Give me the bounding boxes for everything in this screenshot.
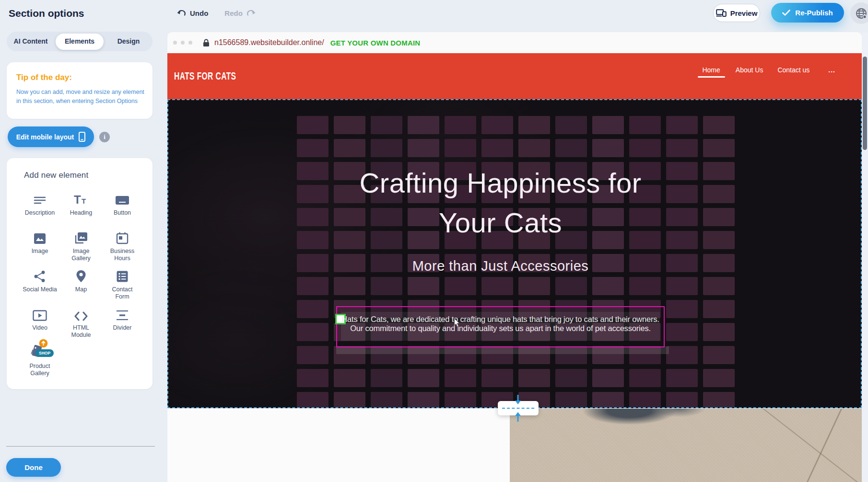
contact-form-icon [116,270,129,283]
redo-button[interactable]: Redo [224,9,256,17]
element-grid: Description TT Heading Button Image Imag… [19,191,143,382]
video-icon [33,310,47,321]
element-heading[interactable]: TT Heading [60,191,102,229]
mouse-cursor [454,318,460,328]
element-video[interactable]: Video [19,306,60,344]
lock-icon [203,39,210,47]
element-business-hours[interactable]: Business Hours [102,229,143,267]
element-html-module[interactable]: HTML Module [60,306,102,344]
undo-icon [176,9,187,17]
hero-paragraph-line2: Our commitment to quality and individual… [350,324,651,333]
description-icon [33,195,47,206]
tab-elements[interactable]: Elements [56,34,104,50]
preview-devices-icon [716,9,727,17]
hero-paragraph-line1: Hats for Cats, we are dedicated to craft… [341,315,659,324]
element-divider[interactable]: Divider [102,306,143,344]
hero-heading-line2: Your Cats [336,207,665,238]
section-resize-widget[interactable] [498,401,539,415]
check-icon [782,10,790,16]
image-icon [34,233,46,244]
add-new-element-title: Add new element [24,171,152,180]
site-header: HATS FOR CATS Home About Us Contact us .… [167,53,862,99]
svg-text:T: T [74,194,81,206]
resize-arrows-icon [514,394,522,423]
hero-subheading: More than Just Accessories [336,258,665,274]
nav-home[interactable]: Home [702,66,720,74]
republish-button[interactable]: Re-Publish [771,3,844,23]
get-domain-link[interactable]: GET YOUR OWN DOMAIN [330,39,421,47]
site-nav: Home About Us Contact us ... [702,66,835,74]
sidebar-tabs: AI Content Elements Design [7,32,152,51]
tip-of-the-day-card: Tip of the day: Now you can add, move an… [7,62,152,119]
nav-about-us[interactable]: About Us [736,66,763,74]
element-social-media[interactable]: Social Media [19,267,60,306]
redo-icon [246,9,256,17]
element-description[interactable]: Description [19,191,60,229]
undo-button[interactable]: Undo [176,9,208,17]
map-pin-icon [76,270,86,283]
text-element-shadow [336,346,669,354]
tab-ai-content[interactable]: AI Content [7,34,55,49]
element-image-gallery[interactable]: Image Gallery [60,229,102,267]
sidebar-divider [6,446,155,447]
next-section-white [167,408,510,482]
globe-icon [855,7,868,20]
canvas-scrollbar-thumb[interactable] [863,57,867,150]
product-gallery-icon: SHOP [29,343,50,359]
site-url[interactable]: n1566589.websitebuilder.online/ [214,38,324,47]
info-icon[interactable]: i [99,132,110,142]
element-button[interactable]: Button [102,191,143,229]
hero-heading-line1: Crafting Happiness for [336,168,665,198]
html-module-icon [74,311,88,321]
tip-title: Tip of the day: [16,73,149,82]
nav-contact-us[interactable]: Contact us [777,66,809,74]
add-new-element-panel: Add new element Description TT Heading B… [7,158,152,389]
business-hours-icon [116,232,129,244]
nav-active-underline [698,76,725,78]
element-map[interactable]: Map [60,267,102,306]
element-product-gallery[interactable]: SHOP Product Gallery [19,344,60,382]
page-title: Section options [9,8,84,19]
shop-badge: SHOP [35,349,54,357]
nav-more[interactable]: ... [828,66,835,74]
divider-icon [116,310,129,321]
selected-text-element[interactable]: Hats for Cats, we are dedicated to craft… [336,306,665,347]
phone-icon [79,132,85,142]
browser-chrome: n1566589.websitebuilder.online/ GET YOUR… [167,32,862,53]
browser-window-dots [173,41,192,45]
element-contact-form[interactable]: Contact Form [102,267,143,306]
image-gallery-icon [74,232,88,244]
done-button[interactable]: Done [6,458,61,477]
tip-body: Now you can add, move and resize any ele… [16,88,149,106]
preview-button[interactable]: Preview [713,4,760,22]
element-image[interactable]: Image [19,229,60,267]
hero-section[interactable]: Crafting Happiness for Your Cats More th… [167,99,862,408]
tab-design[interactable]: Design [105,34,152,49]
social-media-icon [34,270,46,283]
site-logo[interactable]: HATS FOR CATS [174,70,236,82]
language-globe-button[interactable] [850,2,868,24]
edit-mobile-layout-button[interactable]: Edit mobile layout [8,126,94,147]
undo-redo-group: Undo Redo [176,9,256,17]
svg-text:T: T [82,197,86,205]
next-section-pavement-image [510,409,862,482]
button-icon [115,195,129,206]
heading-icon: TT [74,194,88,206]
